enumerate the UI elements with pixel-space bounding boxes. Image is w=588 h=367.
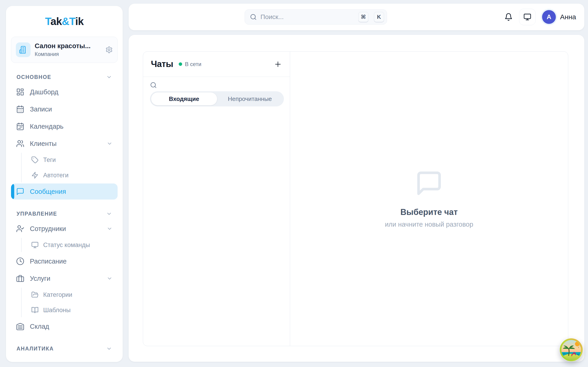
keycap-k: K — [374, 12, 384, 22]
user-menu[interactable]: А Анна — [542, 10, 576, 24]
chat-search[interactable] — [143, 77, 290, 89]
logo-segment: & — [62, 15, 69, 27]
sidebar-item-label: Автотеги — [43, 172, 69, 179]
sidebar: Tak&Tik Салон красоты... Компания ОСНОВН… — [6, 6, 123, 362]
section-header-management[interactable]: УПРАВЛЕНИЕ — [12, 210, 117, 217]
new-chat-button[interactable] — [274, 60, 282, 68]
chat-list[interactable] — [143, 106, 290, 346]
sidebar-item-dashboard[interactable]: Дашборд — [11, 84, 118, 100]
sidebar-item-categories[interactable]: Категории — [27, 288, 118, 302]
chat-filter-tabs: Входящие Непрочитанные — [150, 91, 284, 106]
sidebar-item-schedule[interactable]: Расписание — [11, 253, 118, 269]
chevron-down-icon — [107, 141, 112, 147]
sidebar-item-label: Клиенты — [30, 140, 57, 148]
search-input[interactable] — [260, 13, 353, 21]
logo-segment: ak — [51, 15, 62, 27]
sidebar-item-staff[interactable]: Сотрудники — [11, 221, 118, 237]
zap-icon — [31, 172, 39, 179]
briefcase-icon — [16, 274, 24, 283]
staff-subgroup: Статус команды — [21, 238, 118, 252]
clock-icon — [16, 257, 24, 265]
tab-unread[interactable]: Непрочитанные — [217, 92, 283, 105]
users-icon — [16, 140, 24, 148]
sidebar-item-templates[interactable]: Шаблоны — [27, 303, 118, 317]
chat-list-header: Чаты В сети — [143, 52, 290, 77]
sidebar-item-label: Расписание — [30, 258, 67, 265]
gear-icon — [105, 46, 113, 53]
building-icon — [16, 42, 31, 57]
sidebar-item-autotags[interactable]: Автотеги — [27, 168, 118, 182]
sidebar-item-services[interactable]: Услуги — [11, 270, 118, 286]
section-header-main[interactable]: ОСНОВНОЕ — [12, 73, 117, 81]
topbar-actions: А Анна — [504, 4, 576, 30]
company-name: Салон красоты... — [35, 42, 101, 50]
chevron-down-icon — [107, 275, 112, 282]
expand-chevron — [107, 141, 112, 147]
empty-state-title: Выберите чат — [400, 207, 458, 217]
monitor-icon — [523, 13, 531, 21]
display-mode-button[interactable] — [519, 9, 536, 25]
sidebar-item-team-status[interactable]: Статус команды — [27, 238, 118, 252]
online-status-dot — [179, 62, 182, 66]
sidebar-item-label: Сотрудники — [30, 225, 66, 233]
sidebar-item-appointments[interactable]: Записи — [11, 101, 118, 117]
chevron-down-icon — [106, 211, 112, 217]
search-icon — [250, 14, 257, 20]
sidebar-item-label: Категории — [43, 291, 72, 298]
calendar-range-icon — [16, 122, 24, 131]
logo-segment: T — [69, 15, 75, 27]
global-search[interactable]: ⌘ K — [245, 9, 387, 25]
services-subgroup: Категории Шаблоны — [21, 288, 118, 317]
palm-island-icon — [560, 338, 583, 361]
logo-segment: ik — [75, 15, 84, 27]
sidebar-item-label: Дашборд — [30, 88, 58, 96]
expand-chevron — [107, 226, 112, 232]
company-switcher[interactable]: Салон красоты... Компания — [11, 37, 118, 63]
warehouse-icon — [16, 322, 24, 331]
chat-bubble-icon — [415, 169, 443, 197]
sidebar-item-clients[interactable]: Клиенты — [11, 135, 118, 152]
book-open-icon — [31, 307, 39, 314]
chevron-down-icon — [106, 74, 112, 80]
sidebar-item-warehouse[interactable]: Склад — [11, 318, 118, 334]
chevron-down-icon — [107, 226, 112, 232]
online-status-label: В сети — [185, 61, 201, 67]
clients-subgroup: Теги Автотеги — [21, 153, 118, 182]
app-logo: Tak&Tik — [11, 15, 118, 27]
company-info: Салон красоты... Компания — [35, 42, 101, 57]
chats-title: Чаты — [151, 59, 173, 69]
sidebar-item-calendar[interactable]: Календарь — [11, 118, 118, 134]
messages-panel: Чаты В сети Входящие Непрочитанные — [143, 51, 568, 346]
notifications-button[interactable] — [504, 13, 513, 21]
chat-search-input[interactable] — [160, 81, 283, 89]
user-name: Анна — [560, 13, 576, 21]
message-square-icon — [16, 187, 24, 196]
calendar-days-icon — [16, 105, 24, 113]
section-label: АНАЛИТИКА — [17, 346, 54, 352]
search-icon — [150, 82, 157, 89]
sidebar-item-label: Услуги — [30, 275, 50, 282]
tab-inbox[interactable]: Входящие — [151, 92, 217, 105]
palm-island-fab[interactable] — [560, 338, 583, 361]
section-label: УПРАВЛЕНИЕ — [17, 211, 57, 217]
avatar[interactable]: А — [542, 10, 556, 24]
section-label: ОСНОВНОЕ — [17, 74, 51, 80]
sidebar-item-tags[interactable]: Теги — [27, 153, 118, 167]
sidebar-item-messages[interactable]: Сообщения — [11, 184, 118, 200]
section-header-analytics[interactable]: АНАЛИТИКА — [12, 345, 117, 352]
topbar: ⌘ K А Анна — [129, 4, 584, 30]
sidebar-item-label: Записи — [30, 106, 52, 113]
conversation-area: Выберите чат или начните новый разговор — [290, 52, 568, 346]
monitor-icon — [31, 241, 39, 249]
folder-open-icon — [31, 291, 39, 298]
plus-icon — [274, 60, 282, 68]
sidebar-item-label: Теги — [43, 156, 56, 164]
chat-list-column: Чаты В сети Входящие Непрочитанные — [143, 52, 290, 346]
sidebar-nav: ОСНОВНОЕ Дашборд Записи Календарь Клиент… — [11, 73, 118, 352]
company-settings-button[interactable] — [105, 46, 113, 53]
keycap-cmd: ⌘ — [358, 12, 368, 22]
sidebar-item-label: Статус команды — [43, 242, 90, 249]
chevron-down-icon — [106, 346, 112, 352]
tag-icon — [31, 156, 39, 164]
dashboard-icon — [16, 88, 24, 96]
